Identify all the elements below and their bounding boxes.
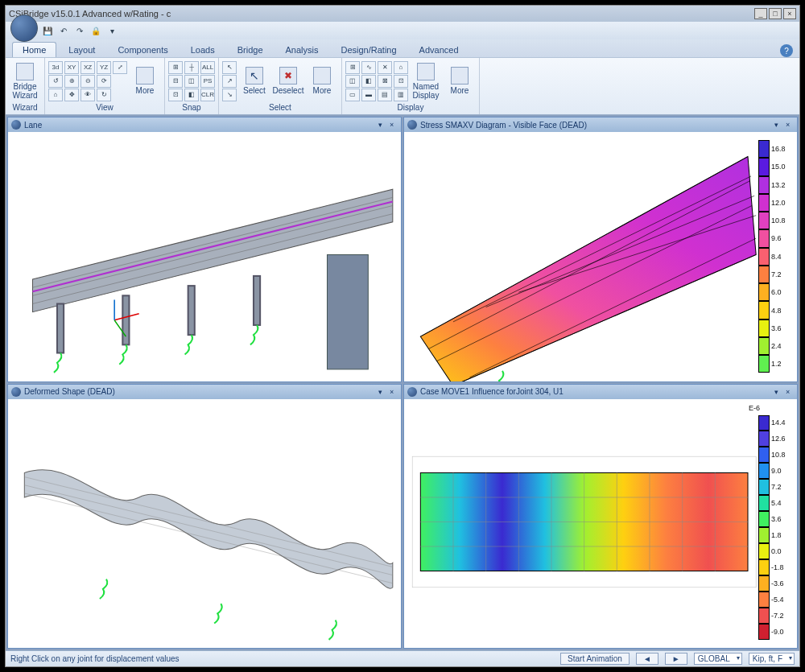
viewports: Lane ▾ ×	[6, 115, 799, 650]
vp-close-button[interactable]: ×	[786, 388, 794, 396]
display-icon-8[interactable]: ⊡	[394, 75, 408, 88]
tab-bridge[interactable]: Bridge	[227, 42, 274, 57]
legend-swatch	[758, 266, 770, 283]
display-icon-2[interactable]: ∿	[361, 61, 376, 74]
view-rotate-ccw-button[interactable]: ↺	[48, 75, 63, 88]
select-arrow3-icon[interactable]: ↘	[222, 89, 237, 101]
maximize-button[interactable]: □	[769, 8, 782, 19]
snap-mid-button[interactable]: ⊟	[168, 75, 183, 88]
named-display-button[interactable]: Named Display	[410, 60, 442, 102]
view-xz-button[interactable]: XZ	[80, 61, 95, 74]
display-icon-10[interactable]: ▬	[361, 89, 376, 101]
legend-swatch	[758, 194, 770, 212]
select-arrow-icon[interactable]: ↖	[222, 61, 237, 74]
snap-grid-button[interactable]: ⊞	[168, 61, 183, 74]
minimize-button[interactable]: _	[754, 8, 767, 19]
display-icon-6[interactable]: ◧	[361, 75, 376, 88]
units-combo[interactable]: Kip, ft, F	[749, 653, 795, 665]
snap-clear-button[interactable]: CLR	[200, 89, 215, 101]
viewport-canvas-stress[interactable]: 16.815.013.212.010.89.68.47.26.04.83.62.…	[404, 132, 797, 381]
tab-analysis[interactable]: Analysis	[275, 42, 329, 57]
tab-loads[interactable]: Loads	[180, 42, 225, 57]
snap-end-button[interactable]: ⊡	[168, 89, 183, 101]
snap-perp-button[interactable]: ◫	[184, 75, 199, 88]
vp-close-button[interactable]: ×	[390, 121, 398, 129]
ribbon-tabs: Home Layout Components Loads Bridge Anal…	[6, 39, 799, 57]
view-eye-button[interactable]: 👁	[80, 89, 95, 101]
display-icon-5[interactable]: ◫	[345, 75, 360, 88]
legend-value: 2.4	[771, 342, 782, 350]
view-zoom-out-button[interactable]: ⊖	[80, 75, 95, 88]
legend-value: 12.6	[771, 435, 786, 443]
vp-menu-button[interactable]: ▾	[378, 388, 386, 396]
view-pan-button[interactable]: ✥	[64, 89, 79, 101]
group-label-view: View	[48, 102, 161, 113]
display-icon-7[interactable]: ⊠	[378, 75, 392, 88]
statusbar: Right Click on any joint for displacemen…	[6, 650, 799, 666]
tab-components[interactable]: Components	[107, 42, 178, 57]
display-more-icon	[451, 67, 469, 85]
tab-home[interactable]: Home	[12, 42, 56, 57]
vp-menu-button[interactable]: ▾	[378, 121, 386, 129]
lock-icon[interactable]: 🔒	[89, 24, 102, 37]
next-step-button[interactable]: ►	[665, 653, 687, 665]
display-icon-9[interactable]: ▭	[345, 89, 360, 101]
legend-stress: 16.815.013.212.010.89.68.47.26.04.83.62.…	[758, 140, 794, 373]
viewport-canvas-lane[interactable]	[8, 132, 401, 381]
view-zoom-in-button[interactable]: ⊕	[64, 75, 79, 88]
view-rotate-cw-button[interactable]: ↻	[97, 89, 111, 101]
group-label-select: Select	[222, 102, 338, 113]
viewport-label-lane: Lane	[24, 121, 42, 130]
display-icon-12[interactable]: ▥	[394, 89, 408, 101]
viewport-canvas-deformed[interactable]	[8, 399, 401, 649]
view-fit-button[interactable]: ⟳	[97, 75, 111, 88]
view-home-button[interactable]: ⌂	[48, 89, 63, 101]
snap-ps-button[interactable]: PS	[200, 75, 215, 88]
viewport-canvas-influence[interactable]: E-6 14.412.610.89.07.25.43.61.80.0-1.8-3…	[404, 399, 797, 649]
view-xy-button[interactable]: XY	[64, 61, 79, 74]
start-animation-button[interactable]: Start Animation	[560, 653, 630, 665]
qat-dropdown-icon[interactable]: ▾	[105, 24, 118, 37]
view-3d-button[interactable]: 3d	[48, 61, 63, 74]
close-button[interactable]: ×	[783, 8, 796, 19]
legend-value: -3.6	[771, 579, 784, 587]
select-arrow2-icon[interactable]: ↗	[222, 75, 237, 88]
snap-edge-button[interactable]: ◧	[184, 89, 199, 101]
deselect-button[interactable]: ✖ Deselect	[272, 60, 304, 102]
bridge-wizard-button[interactable]: Bridge Wizard	[9, 60, 41, 102]
viewport-title-stress: Stress SMAXV Diagram - Visible Face (DEA…	[404, 117, 797, 132]
tab-design-rating[interactable]: Design/Rating	[331, 42, 407, 57]
select-button[interactable]: ↖ Select	[238, 60, 270, 102]
vp-close-button[interactable]: ×	[390, 388, 398, 396]
display-icon-4[interactable]: ⌂	[394, 61, 408, 74]
snap-all-button[interactable]: ALL	[200, 61, 215, 74]
legend-swatch	[758, 158, 770, 175]
display-icon-1[interactable]: ⊞	[345, 61, 360, 74]
vp-menu-button[interactable]: ▾	[774, 121, 782, 129]
view-more-button[interactable]: More	[129, 60, 161, 102]
display-icon-11[interactable]: ▤	[378, 89, 392, 101]
undo-icon[interactable]: ↶	[57, 24, 70, 37]
tab-advanced[interactable]: Advanced	[409, 42, 469, 57]
named-display-icon	[417, 63, 435, 80]
legend-value: 7.2	[771, 483, 782, 491]
view-yz-button[interactable]: YZ	[97, 61, 111, 74]
display-icon-3[interactable]: ✕	[378, 61, 392, 74]
help-icon[interactable]: ?	[780, 44, 793, 57]
redo-icon[interactable]: ↷	[73, 24, 86, 37]
legend-value: 13.2	[771, 181, 786, 189]
save-icon[interactable]: 💾	[41, 24, 54, 37]
snap-intersect-button[interactable]: ┼	[184, 61, 199, 74]
legend-swatch	[758, 301, 770, 319]
legend-value: 4.8	[771, 307, 782, 315]
coord-system-combo[interactable]: GLOBAL	[694, 653, 742, 665]
tab-layout[interactable]: Layout	[58, 42, 105, 57]
select-more-button[interactable]: More	[306, 60, 338, 102]
app-orb-button[interactable]	[10, 14, 38, 42]
prev-step-button[interactable]: ◄	[636, 653, 658, 665]
vp-close-button[interactable]: ×	[786, 121, 794, 129]
view-extents-button[interactable]: ⤢	[113, 61, 127, 74]
vp-menu-button[interactable]: ▾	[774, 388, 782, 396]
display-more-button[interactable]: More	[444, 60, 476, 102]
view-more-label: More	[136, 86, 155, 95]
